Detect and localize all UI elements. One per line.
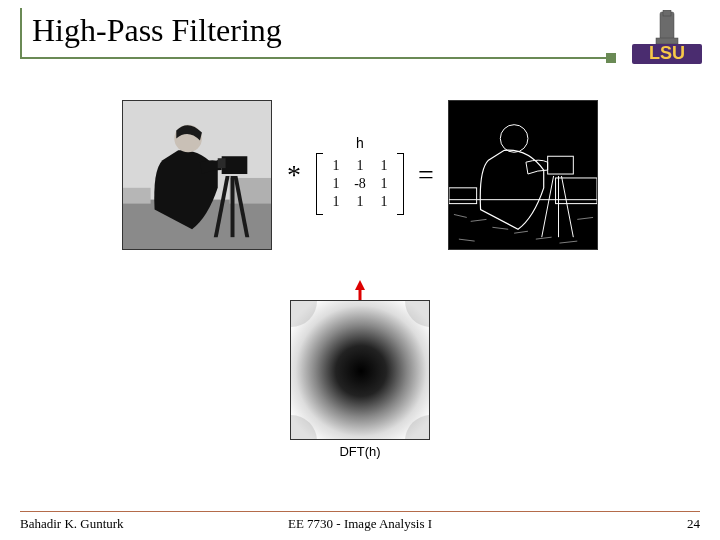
k22: 1 bbox=[372, 193, 396, 211]
svg-rect-10 bbox=[231, 176, 235, 237]
lsu-logo: LSU bbox=[630, 10, 704, 66]
footer-author: Bahadir K. Gunturk bbox=[20, 516, 124, 532]
title-bar: High-Pass Filtering bbox=[20, 8, 610, 59]
k00: 1 bbox=[324, 157, 348, 175]
k01: 1 bbox=[348, 157, 372, 175]
dft-label: DFT(h) bbox=[339, 444, 380, 459]
kernel-matrix: 1 1 1 1 -8 1 1 1 1 bbox=[316, 153, 404, 215]
k12: 1 bbox=[372, 175, 396, 193]
slide-body: * h 1 1 1 1 -8 1 1 1 1 = bbox=[0, 90, 720, 500]
logo-text: LSU bbox=[649, 43, 685, 63]
equals-symbol: = bbox=[414, 159, 438, 191]
svg-rect-36 bbox=[291, 301, 430, 440]
k20: 1 bbox=[324, 193, 348, 211]
k02: 1 bbox=[372, 157, 396, 175]
svg-rect-14 bbox=[218, 158, 226, 168]
convolution-row: * h 1 1 1 1 -8 1 1 1 1 = bbox=[80, 100, 640, 250]
k21: 1 bbox=[348, 193, 372, 211]
svg-rect-7 bbox=[123, 188, 151, 204]
svg-marker-33 bbox=[355, 280, 365, 290]
dft-block: DFT(h) bbox=[290, 300, 430, 459]
kernel: h 1 1 1 1 -8 1 1 1 1 bbox=[316, 135, 404, 215]
slide-title: High-Pass Filtering bbox=[32, 12, 610, 49]
dft-image bbox=[290, 300, 430, 440]
svg-rect-1 bbox=[663, 10, 671, 16]
k10: 1 bbox=[324, 175, 348, 193]
convolution-symbol: * bbox=[282, 159, 306, 191]
svg-rect-15 bbox=[449, 101, 597, 249]
output-image bbox=[448, 100, 598, 250]
footer-course: EE 7730 - Image Analysis I bbox=[288, 516, 432, 532]
k11: -8 bbox=[348, 175, 372, 193]
input-image bbox=[122, 100, 272, 250]
kernel-label: h bbox=[356, 135, 364, 151]
footer: Bahadir K. Gunturk EE 7730 - Image Analy… bbox=[20, 511, 700, 532]
footer-page: 24 bbox=[687, 516, 700, 532]
